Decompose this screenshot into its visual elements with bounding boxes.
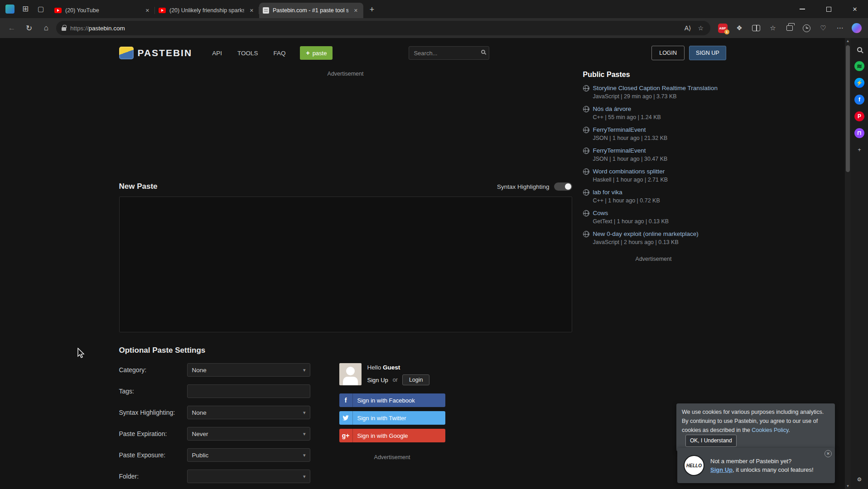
url-text[interactable]: https://pastebin.com	[70, 25, 679, 32]
new-paste-title: New Paste	[119, 182, 158, 191]
vertical-tabs-icon[interactable]	[36, 5, 45, 14]
expiration-label: Paste Expiration:	[119, 430, 187, 437]
paste-title-link[interactable]: FerryTerminalEvent	[593, 126, 668, 134]
browser-tab-pastebin-active[interactable]: Pastebin.com - #1 paste tool sinc ✕	[259, 3, 363, 18]
tab-actions-icon[interactable]	[21, 5, 30, 14]
public-paste-item: Nós da árvore C++ | 55 min ago | 1.24 KB	[583, 105, 724, 121]
nav-faq[interactable]: FAQ	[273, 50, 285, 57]
category-select[interactable]: None	[187, 363, 310, 377]
paste-textarea[interactable]	[119, 197, 572, 332]
top-ad-slot: Advertisement	[119, 68, 572, 182]
paste-title-link[interactable]: FerryTerminalEvent	[593, 147, 668, 154]
ad-label: Advertisement	[119, 71, 572, 77]
cookies-policy-link[interactable]: Cookies Policy	[752, 427, 788, 433]
google-plus-icon: g+	[339, 429, 353, 442]
copilot-icon[interactable]	[850, 21, 863, 35]
promo-signup-link[interactable]: Sign Up	[710, 466, 733, 473]
expiration-select[interactable]: Never	[187, 427, 310, 441]
folder-label: Folder:	[119, 473, 187, 480]
home-button[interactable]: ⌂	[39, 21, 53, 35]
tags-input[interactable]	[187, 384, 310, 398]
settings-more-icon[interactable]: ⋯	[833, 21, 847, 35]
tab-bar: (20) YouTube ✕ (20) Unlikely friendship …	[0, 0, 868, 18]
search-icon[interactable]	[481, 50, 485, 54]
collections-icon[interactable]	[783, 21, 796, 35]
toggle-knob	[565, 183, 571, 190]
widget-login-button[interactable]: Login	[402, 374, 430, 385]
nav-api[interactable]: API	[212, 50, 222, 57]
bookmark-page-icon[interactable]: ☆	[696, 24, 705, 33]
facebook-app-icon[interactable]: f	[854, 95, 864, 105]
pastebin-logo[interactable]: PASTEBIN	[119, 47, 193, 59]
tab-close-icon[interactable]: ✕	[144, 7, 151, 14]
extensions-icon[interactable]: ❖	[733, 21, 746, 35]
minimize-button[interactable]	[789, 0, 815, 18]
sign-in-google-button[interactable]: g+ Sign in with Google	[339, 429, 445, 442]
page-scrollbar[interactable]: ▲ ▼	[845, 38, 851, 489]
paste-title-link[interactable]: lab for vika	[593, 188, 660, 196]
sign-in-twitter-button[interactable]: Sign in with Twitter	[339, 411, 445, 425]
close-button[interactable]: ✕	[842, 0, 868, 18]
new-tab-button[interactable]: +	[365, 3, 379, 17]
pinterest-icon[interactable]: P	[854, 111, 864, 121]
tab-title: Pastebin.com - #1 paste tool sinc	[273, 7, 348, 14]
hello-guest-text: Hello Guest	[367, 364, 430, 371]
syntax-highlighting-toggle[interactable]	[554, 182, 572, 191]
globe-icon	[583, 85, 589, 91]
search-input[interactable]	[409, 46, 489, 60]
browser-tab-youtube-2[interactable]: (20) Unlikely friendship sparks wh ✕	[155, 3, 259, 18]
sign-in-facebook-button[interactable]: f Sign in with Facebook	[339, 393, 445, 407]
sidebar-settings-gear-icon[interactable]: ⚙	[854, 475, 864, 484]
public-paste-item: FerryTerminalEvent JSON | 1 hour ago | 2…	[583, 126, 724, 142]
scroll-down-icon[interactable]: ▼	[845, 484, 851, 488]
read-aloud-icon[interactable]: A⟩	[683, 24, 693, 33]
paste-title-link[interactable]: Cows	[593, 209, 669, 217]
public-paste-item: FerryTerminalEvent JSON | 1 hour ago | 3…	[583, 147, 724, 163]
messenger-icon[interactable]: ⚡	[854, 78, 864, 88]
paste-title-link[interactable]: Nós da árvore	[593, 105, 661, 113]
paste-title-link[interactable]: Storyline Closed Caption Realtime Transl…	[593, 84, 718, 92]
browser-toolbar: ← ↻ ⌂ https://pastebin.com A⟩ ☆ ABP1 ❖ ☆…	[0, 18, 868, 38]
site-search	[409, 46, 489, 60]
exposure-label: Paste Exposure:	[119, 451, 187, 459]
login-button[interactable]: LOGIN	[651, 46, 685, 60]
paste-meta: JavaScript | 29 min ago | 3.73 KB	[593, 93, 677, 100]
site-nav: API TOOLS FAQ	[212, 50, 285, 57]
scrollbar-thumb[interactable]	[846, 45, 850, 172]
browser-essentials-icon[interactable]: ♡	[816, 21, 830, 35]
widget-signup-link[interactable]: Sign Up	[367, 377, 388, 384]
paste-title-link[interactable]: New 0-day exploit (online marketplace)	[593, 230, 699, 238]
sidebar-search-icon[interactable]	[854, 44, 864, 54]
history-icon[interactable]	[800, 21, 813, 35]
toolbar-extensions: ABP1 ❖ ☆ ♡ ⋯	[713, 21, 863, 35]
maximize-button[interactable]	[815, 0, 842, 18]
public-paste-item: Storyline Closed Caption Realtime Transl…	[583, 84, 724, 100]
cookie-ok-button[interactable]: OK, I Understand	[685, 435, 737, 447]
tags-label: Tags:	[119, 388, 187, 395]
tab-close-icon[interactable]: ✕	[248, 7, 256, 14]
syntax-select[interactable]: None	[187, 406, 310, 419]
favorites-icon[interactable]: ☆	[766, 21, 780, 35]
address-bar[interactable]: https://pastebin.com A⟩ ☆	[56, 21, 710, 35]
folder-select[interactable]	[187, 470, 310, 483]
nav-tools[interactable]: TOOLS	[237, 50, 258, 57]
tab-close-icon[interactable]: ✕	[352, 7, 360, 14]
scroll-up-icon[interactable]: ▲	[845, 39, 851, 43]
paste-title-link[interactable]: Word combinations splitter	[593, 168, 668, 175]
site-info-lock-icon[interactable]	[62, 27, 66, 31]
refresh-button[interactable]: ↻	[22, 21, 36, 35]
split-screen-icon[interactable]	[749, 21, 763, 35]
new-paste-button[interactable]: + paste	[300, 46, 333, 60]
signup-button[interactable]: SIGN UP	[689, 46, 726, 60]
workspaces-icon[interactable]	[5, 5, 14, 14]
exposure-select[interactable]: Public	[187, 448, 310, 462]
twitch-icon[interactable]: ⊓	[854, 128, 864, 138]
browser-tab-youtube-1[interactable]: (20) YouTube ✕	[51, 3, 155, 18]
spotify-icon[interactable]	[854, 61, 864, 71]
promo-close-icon[interactable]: ✕	[825, 450, 832, 457]
ad-label: Advertisement	[339, 454, 445, 460]
adblock-icon[interactable]: ABP1	[716, 21, 729, 35]
syntax-label: Syntax Highlighting:	[119, 409, 187, 416]
sidebar-add-icon[interactable]: +	[854, 145, 864, 155]
back-button[interactable]: ←	[5, 21, 19, 35]
